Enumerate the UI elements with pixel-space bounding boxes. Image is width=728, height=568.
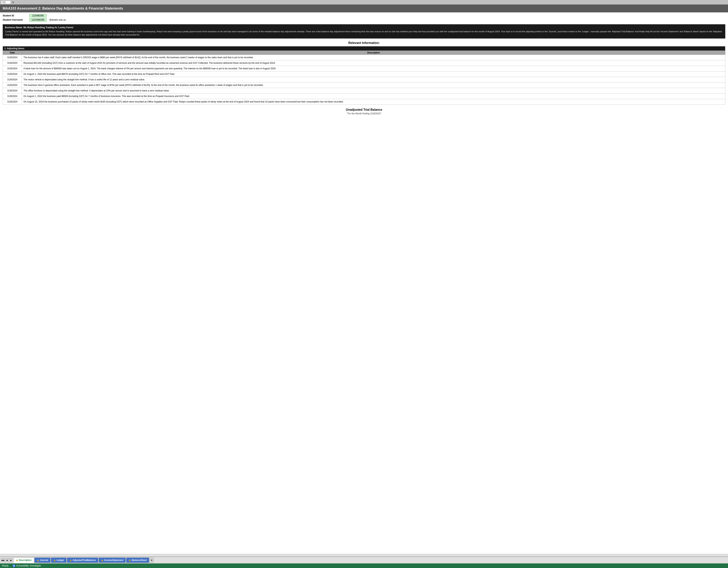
relevant-info-heading: Relevant information: bbox=[0, 41, 728, 45]
tab-adjustedtrialbalance[interactable]: 🔒AdjustedTrialBalance bbox=[67, 558, 98, 563]
adjusting-date-cell: 31/8/2024 bbox=[3, 82, 22, 88]
tab-ledger[interactable]: 🔒Ledger bbox=[51, 558, 67, 563]
lock-icon: 🔒 bbox=[53, 559, 56, 561]
adjusting-date-cell: 31/8/2024 bbox=[3, 60, 22, 66]
adjusting-items-table: 1. Adjusting Items: Date Description 31/… bbox=[3, 46, 725, 105]
student-id-row: Student ID 223486395 bbox=[3, 14, 725, 17]
adjusting-date-cell: 31/8/2024 bbox=[3, 88, 22, 93]
adjusting-desc-cell: Received $41184 (including GST) from a c… bbox=[22, 60, 725, 66]
adjusting-desc-cell: The business hires 5 general office assi… bbox=[22, 82, 725, 88]
business-title: Business Name: Ms Robyn Hoodling Trading… bbox=[5, 26, 723, 29]
cell-reference[interactable]: C2 bbox=[1, 1, 11, 4]
table-row: 31/8/2024On August 1, 2024 the business … bbox=[3, 71, 725, 77]
adjusting-desc-cell: On August 15, 2024 the business purchase… bbox=[22, 99, 725, 104]
tab-nav-first[interactable]: ◀◀ bbox=[1, 558, 5, 562]
adjusting-date-cell: 31/8/2024 bbox=[3, 55, 22, 60]
main-content: MAA103 Assessment 2: Balance Day Adjustm… bbox=[0, 5, 728, 554]
tab-label: BalanceSheet bbox=[132, 559, 147, 562]
col-desc-header: Description bbox=[22, 51, 725, 55]
table-row: 31/8/2024Received $41184 (including GST)… bbox=[3, 60, 725, 66]
lock-icon: 🔒 bbox=[37, 559, 39, 561]
tab-balancesheet[interactable]: 🔒BalanceSheet bbox=[126, 558, 149, 563]
table-row: 31/8/2024The office furniture is depreci… bbox=[3, 88, 725, 93]
lock-icon: 🔒 bbox=[129, 559, 131, 561]
adjusting-date-cell: 31/8/2024 bbox=[3, 99, 22, 104]
adjusting-date-cell: 31/8/2024 bbox=[3, 71, 22, 77]
table-row: 31/8/2024A bank loan for the amount of $… bbox=[3, 66, 725, 71]
tab-label: Journal bbox=[40, 559, 48, 562]
status-bar: Ready ♿ Accessibility: Investigate bbox=[0, 563, 728, 568]
tab-nav-prev[interactable]: ◀ bbox=[5, 558, 9, 562]
business-description: 'Loxley Farms' is owned and operated by … bbox=[5, 30, 723, 37]
student-id-label: Student ID bbox=[3, 14, 27, 17]
utb-subheading: "For the Month Ending 31/8/2024" bbox=[0, 112, 728, 115]
tab-add-button[interactable]: + bbox=[150, 558, 154, 563]
adjusting-desc-cell: A bank loan for the amount of $90000 was… bbox=[22, 66, 725, 71]
business-info-box: Business Name: Ms Robyn Hoodling Trading… bbox=[3, 24, 725, 39]
fx-label: fx bbox=[12, 1, 14, 4]
tab-label: Description bbox=[19, 559, 31, 562]
table-row: 31/8/2024The business hires 5 general of… bbox=[3, 82, 725, 88]
adjusting-date-cell: 31/8/2024 bbox=[3, 66, 22, 71]
lock-icon: 🔒 bbox=[101, 559, 103, 561]
adjusting-date-cell: 31/8/2024 bbox=[3, 93, 22, 99]
adjusting-section-label: 1. Adjusting Items: bbox=[3, 46, 725, 51]
page-title: MAA103 Assessment 2: Balance Day Adjustm… bbox=[0, 5, 728, 12]
accessibility-icon: ♿ bbox=[12, 564, 15, 567]
table-row: 31/8/2024On August 1, 2024 the business … bbox=[3, 93, 725, 99]
status-ready: Ready bbox=[2, 564, 9, 567]
adjusting-date-cell: 31/8/2024 bbox=[3, 77, 22, 82]
adjusting-desc-cell: The motor vehicle is depreciated using t… bbox=[22, 77, 725, 82]
accessibility-text: Accessibility: Investigate bbox=[16, 564, 41, 567]
student-id-value[interactable]: 223486395 bbox=[29, 14, 47, 17]
adjusting-section-header: 1. Adjusting Items: bbox=[3, 46, 725, 51]
student-username-row: Student Username s223486395 @deakin.edu.… bbox=[3, 18, 725, 22]
formula-bar: C2 fx bbox=[0, 0, 728, 5]
col-date-header: Date bbox=[3, 51, 22, 55]
adjusting-desc-cell: The office furniture is depreciated usin… bbox=[22, 88, 725, 93]
lock-icon: 🔒 bbox=[16, 559, 18, 561]
table-row: 31/8/2024On August 15, 2024 the business… bbox=[3, 99, 725, 104]
tab-bar: ◀◀ ◀ ▶ 🔒Description🔒Journal🔒Ledger🔒Adjus… bbox=[0, 557, 728, 563]
tab-incomestatement[interactable]: 🔒IncomeStatement bbox=[99, 558, 126, 563]
lock-icon: 🔒 bbox=[69, 559, 72, 561]
student-email: @deakin.edu.au bbox=[49, 19, 66, 21]
tab-description[interactable]: 🔒Description bbox=[13, 558, 34, 563]
table-row: 31/8/2024The business has 6 sales staff.… bbox=[3, 55, 725, 60]
student-info: Student ID 223486395 Student Username s2… bbox=[0, 12, 728, 23]
tab-label: Ledger bbox=[56, 559, 64, 562]
tab-nav-next[interactable]: ▶ bbox=[9, 558, 13, 562]
tab-journal[interactable]: 🔒Journal bbox=[34, 558, 51, 563]
student-username-label: Student Username bbox=[3, 19, 27, 21]
adjusting-col-header: Date Description bbox=[3, 51, 725, 55]
tab-label: IncomeStatement bbox=[104, 559, 123, 562]
utb-heading: Unadjusted Trial Balance bbox=[0, 108, 728, 111]
adjusting-desc-cell: On August 1, 2024 the business paid $847… bbox=[22, 71, 725, 77]
adjusting-desc-cell: The business has 6 sales staff. Each sal… bbox=[22, 55, 725, 60]
tab-container: 🔒Description🔒Journal🔒Ledger🔒AdjustedTria… bbox=[13, 558, 149, 563]
table-row: 31/8/2024The motor vehicle is depreciate… bbox=[3, 77, 725, 82]
adjusting-desc-cell: On August 1, 2024 the business paid $900… bbox=[22, 93, 725, 99]
tab-label: AdjustedTrialBalance bbox=[72, 559, 96, 562]
accessibility-status: ♿ Accessibility: Investigate bbox=[12, 564, 41, 567]
student-username-value[interactable]: s223486395 bbox=[29, 18, 47, 22]
horizontal-scrollbar[interactable] bbox=[0, 554, 728, 557]
